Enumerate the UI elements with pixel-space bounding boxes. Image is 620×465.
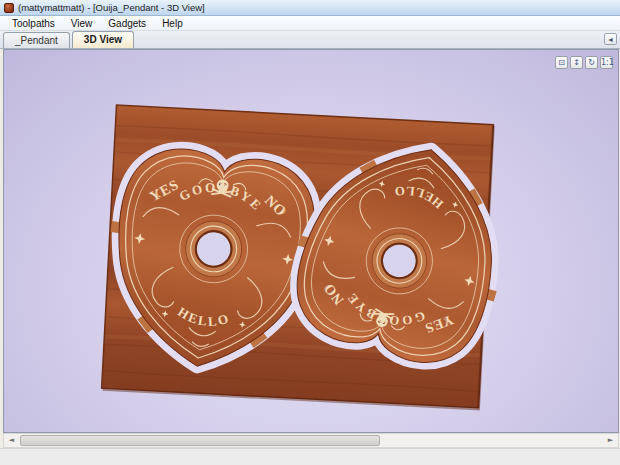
rotate-view-icon[interactable]: ↻ — [585, 56, 598, 69]
horizontal-scrollbar[interactable]: ◄ ► — [3, 433, 619, 448]
menu-help[interactable]: Help — [154, 17, 191, 30]
zoom-extents-icon[interactable]: ⊡ — [555, 56, 568, 69]
menu-view[interactable]: View — [63, 17, 101, 30]
menu-gadgets[interactable]: Gadgets — [100, 17, 154, 30]
toolbar-overflow-chevron-icon[interactable]: ◄ — [604, 33, 617, 45]
menu-toolpaths[interactable]: Toolpaths — [4, 17, 63, 30]
tab-document-pendant[interactable]: _Pendant — [3, 32, 70, 48]
three-d-viewport[interactable]: ☾ ☾ YES NO GOODBYE HELLO — [3, 49, 619, 433]
view-toolbar: ⊡ ↕ ↻ 1:1 — [555, 56, 613, 69]
scrollbar-thumb[interactable] — [20, 435, 380, 446]
title-bar: (mattymattmatt) - [Ouija_Pendant - 3D Vi… — [0, 0, 620, 16]
app-icon — [4, 3, 14, 13]
three-d-render: ☾ ☾ YES NO GOODBYE HELLO — [4, 50, 618, 432]
app-window: (mattymattmatt) - [Ouija_Pendant - 3D Vi… — [0, 0, 620, 465]
scroll-right-icon[interactable]: ► — [603, 434, 618, 447]
scroll-left-icon[interactable]: ◄ — [4, 434, 19, 447]
pan-view-icon[interactable]: ↕ — [570, 56, 583, 69]
window-title: (mattymattmatt) - [Ouija_Pendant - 3D Vi… — [18, 2, 205, 13]
menu-bar: Toolpaths View Gadgets Help — [0, 16, 620, 31]
tab-3d-view[interactable]: 3D View — [72, 31, 134, 48]
tab-bar: _Pendant 3D View ◄ — [0, 31, 620, 49]
zoom-1to1-icon[interactable]: 1:1 — [600, 56, 613, 69]
status-bar — [0, 448, 620, 465]
